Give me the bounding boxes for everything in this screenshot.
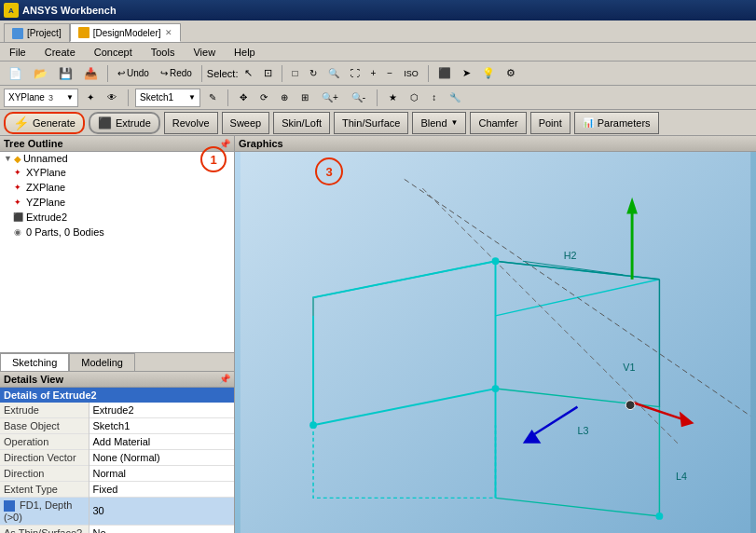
menu-concept[interactable]: Concept bbox=[89, 45, 138, 60]
details-value-baseobj[interactable]: Sketch1 bbox=[89, 417, 234, 433]
extrude-button[interactable]: ⬛ Extrude bbox=[89, 112, 160, 134]
svg-rect-0 bbox=[241, 152, 750, 533]
folder-icon: ◆ bbox=[14, 154, 21, 164]
details-pin-icon[interactable]: 📌 bbox=[219, 374, 230, 384]
toolbar-fit[interactable]: ⛶ bbox=[346, 63, 364, 84]
sketch-extra2[interactable]: ⬡ bbox=[405, 88, 423, 108]
toolbar-import[interactable]: 📥 bbox=[79, 63, 103, 84]
generate-button[interactable]: ⚡ Generate bbox=[4, 112, 85, 134]
dm-tab-icon bbox=[78, 27, 89, 38]
details-value-dirvector[interactable]: None (Normal) bbox=[89, 449, 234, 465]
new-plane-btn[interactable]: ✦ bbox=[82, 88, 99, 108]
graphics-panel[interactable]: Graphics bbox=[235, 136, 756, 533]
details-value-extrude[interactable]: Extrude2 bbox=[89, 403, 234, 418]
tree-item-zxplane[interactable]: ✦ ZXPlane bbox=[0, 180, 234, 195]
tree-item-extrude2[interactable]: ⬛ Extrude2 bbox=[0, 210, 234, 225]
select-btn1[interactable]: ↖ bbox=[240, 63, 257, 84]
menu-help[interactable]: Help bbox=[228, 45, 261, 60]
mode-tabs: Sketching Modeling bbox=[0, 353, 234, 372]
toolbar-cube[interactable]: ⬛ bbox=[433, 63, 456, 84]
skinloft-button[interactable]: Skin/Loft bbox=[273, 112, 330, 134]
details-value-extenttype[interactable]: Fixed bbox=[89, 481, 234, 497]
zoom-out-sketch-btn[interactable]: 🔍- bbox=[347, 88, 370, 108]
action-toolbar: ⚡ Generate ⬛ Extrude Revolve Sweep Skin/… bbox=[0, 110, 756, 136]
annotation-circle-3a: 3 bbox=[315, 157, 343, 185]
toolbar-open[interactable]: 📂 bbox=[29, 63, 52, 84]
parameters-button[interactable]: 📊 Parameters bbox=[574, 112, 659, 134]
toolbar-box-select[interactable]: □ bbox=[287, 63, 302, 84]
rotate-sketch-btn[interactable]: ⟳ bbox=[255, 88, 272, 108]
tab-project[interactable]: [Project] bbox=[4, 23, 70, 42]
tree-item-parts[interactable]: ◉ 0 Parts, 0 Bodies bbox=[0, 225, 234, 239]
tree-item-unnamed[interactable]: ▼ ◆ Unnamed bbox=[0, 152, 234, 165]
sweep-button[interactable]: Sweep bbox=[222, 112, 270, 134]
toolbar-zoom-in[interactable]: + bbox=[366, 63, 381, 84]
svg-line-4 bbox=[496, 261, 660, 280]
fd-color-swatch bbox=[4, 500, 15, 512]
svg-point-22 bbox=[492, 257, 500, 265]
toolbar-extra[interactable]: ⚙ bbox=[502, 63, 520, 84]
look-at-btn[interactable]: 👁 bbox=[103, 88, 121, 108]
toolbar-iso[interactable]: ISO bbox=[399, 63, 423, 84]
tab-designmodeler[interactable]: [DesignModeler] ✕ bbox=[70, 23, 181, 42]
toolbar-new[interactable]: 📄 bbox=[4, 63, 27, 84]
details-row-fd1[interactable]: FD1, Depth (>0) 30 2 bbox=[0, 497, 234, 525]
select-label: Select: bbox=[207, 68, 239, 79]
tree-pin-icon[interactable]: 📌 bbox=[219, 139, 230, 149]
tab-sketching[interactable]: Sketching bbox=[0, 353, 69, 371]
dm-tab-label: [DesignModeler] bbox=[93, 28, 161, 38]
graphics-content[interactable]: H2 V1 L3 L4 bbox=[235, 152, 756, 533]
blend-button[interactable]: Blend ▼ bbox=[412, 112, 466, 134]
svg-point-20 bbox=[492, 385, 500, 392]
details-value-direction[interactable]: Normal bbox=[89, 465, 234, 481]
svg-point-21 bbox=[309, 421, 317, 429]
details-value-thinsurface[interactable]: No bbox=[89, 526, 234, 534]
tree-extrude2-label: Extrude2 bbox=[26, 212, 67, 223]
toolbar-zoom[interactable]: 🔍 bbox=[323, 63, 344, 84]
tree-header: Tree Outline 📌 bbox=[0, 136, 234, 152]
zoom-in-sketch-btn[interactable]: 🔍+ bbox=[317, 88, 343, 108]
select-btn2[interactable]: ⊡ bbox=[259, 63, 277, 84]
chamfer-button[interactable]: Chamfer bbox=[470, 112, 526, 134]
toolbar-rotate[interactable]: ↻ bbox=[305, 63, 322, 84]
plane-dropdown[interactable]: XYPlane 3 ▼ bbox=[4, 89, 78, 107]
svg-marker-16 bbox=[523, 430, 542, 444]
svg-line-15 bbox=[528, 407, 578, 439]
dm-tab-close[interactable]: ✕ bbox=[165, 28, 172, 37]
point-button[interactable]: Point bbox=[530, 112, 570, 134]
sketch-value: Sketch1 bbox=[140, 92, 173, 102]
toolbar-save[interactable]: 💾 bbox=[54, 63, 77, 84]
plane-chevron-icon: ▼ bbox=[66, 93, 74, 102]
sketch-extra1[interactable]: ★ bbox=[384, 88, 402, 108]
tree-zxplane-label: ZXPlane bbox=[26, 182, 65, 193]
menu-file[interactable]: File bbox=[4, 45, 32, 60]
toolbar-light[interactable]: 💡 bbox=[477, 63, 500, 84]
thinsurface-button[interactable]: Thin/Surface bbox=[334, 112, 408, 134]
sketch-extra4[interactable]: 🔧 bbox=[445, 88, 465, 108]
details-value-operation[interactable]: Add Material bbox=[89, 433, 234, 449]
sketch-extra3[interactable]: ↕ bbox=[427, 88, 441, 108]
parameters-label: Parameters bbox=[598, 117, 651, 129]
sketch-dropdown[interactable]: Sketch1 ▼ bbox=[135, 89, 200, 107]
toolbar-zoom-out[interactable]: − bbox=[382, 63, 397, 84]
details-header: Details View 📌 bbox=[0, 372, 234, 388]
revolve-button[interactable]: Revolve bbox=[164, 112, 218, 134]
menu-create[interactable]: Create bbox=[39, 45, 81, 60]
collapse-icon: ▼ bbox=[4, 154, 12, 163]
zoom-sketch-btn[interactable]: ⊕ bbox=[276, 88, 293, 108]
tree-item-xyplane[interactable]: ✦ XYPlane bbox=[0, 165, 234, 180]
toolbar-undo[interactable]: ↩ Undo bbox=[113, 63, 154, 84]
fit-sketch-btn[interactable]: ⊞ bbox=[296, 88, 313, 108]
redo-label: Redo bbox=[170, 68, 192, 78]
menu-tools[interactable]: Tools bbox=[145, 45, 181, 60]
move-btn[interactable]: ✥ bbox=[235, 88, 252, 108]
new-sketch-btn[interactable]: ✎ bbox=[204, 88, 221, 108]
toolbar-redo[interactable]: ↪ Redo bbox=[156, 63, 197, 84]
tree-item-yzplane[interactable]: ✦ YZPlane bbox=[0, 195, 234, 210]
tab-modeling[interactable]: Modeling bbox=[69, 353, 135, 371]
toolbar-arrow[interactable]: ➤ bbox=[458, 63, 475, 84]
skinloft-label: Skin/Loft bbox=[282, 117, 322, 129]
details-table: Extrude Extrude2 Base Object Sketch1 Ope… bbox=[0, 403, 234, 533]
menu-view[interactable]: View bbox=[187, 45, 221, 60]
details-value-fd1[interactable]: 30 2 bbox=[89, 497, 234, 525]
